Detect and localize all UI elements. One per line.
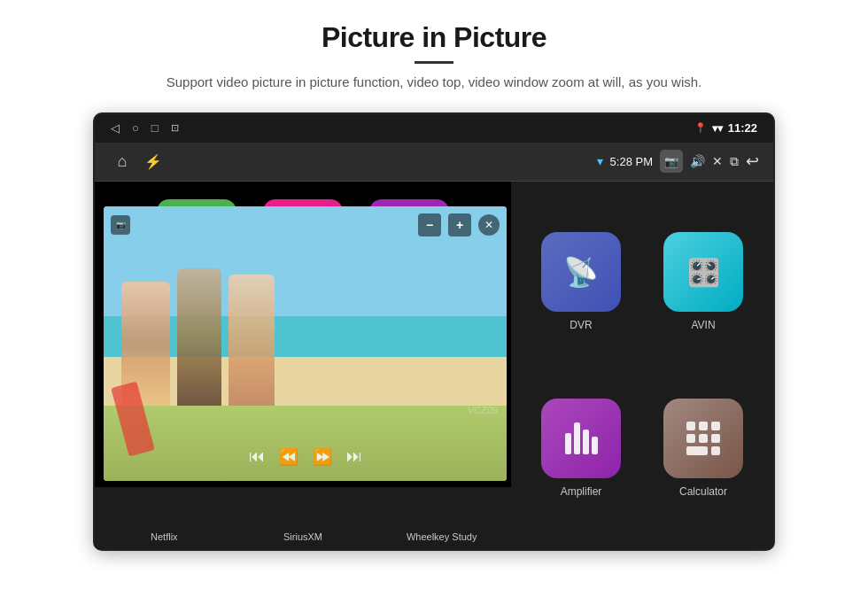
dvr-label: DVR <box>570 319 592 331</box>
amplifier-label: Amplifier <box>561 485 602 498</box>
pip-overlay-controls: 📷 − + ✕ <box>111 213 500 236</box>
status-bar-nav: ◁ ○ □ ⊡ <box>111 121 179 135</box>
status-bar-indicators: 📍 ▾▾ 11:22 <box>694 121 757 135</box>
avin-label: AVIN <box>691 319 715 331</box>
pip-video-window[interactable]: 📷 − + ✕ ⏮ ⏪ ⏩ ⏭ <box>104 206 507 481</box>
screen-nav-icon[interactable]: ⊡ <box>171 122 179 134</box>
watermark: VCZ09 <box>468 405 498 415</box>
siriusxm-app-item[interactable]: SiriusXM <box>234 487 373 549</box>
main-content: ⚪ <box>95 182 773 549</box>
wheelkey-app-item[interactable]: Wheelkey Study <box>372 487 511 549</box>
title-divider <box>415 61 453 64</box>
pip-resize-controls: − + ✕ <box>418 213 500 236</box>
calculator-icon <box>681 416 725 461</box>
page-title: Picture in Picture <box>35 21 833 54</box>
camera-button[interactable]: 📷 <box>660 150 683 173</box>
app-bar-left: ⌂ ⚡ <box>109 148 162 174</box>
prev-button[interactable]: ⏪ <box>279 447 298 467</box>
pip-minus-button[interactable]: − <box>418 213 441 236</box>
app-bar: ⌂ ⚡ ▾ 5:28 PM 📷 🔊 ✕ ⧉ ↩ <box>95 143 773 182</box>
dvr-icon-box: 📡 <box>541 232 621 312</box>
back-nav-icon[interactable]: ◁ <box>111 121 120 135</box>
wifi-bar-icon: ▾ <box>597 154 603 168</box>
bottom-app-labels: Netflix SiriusXM Wheelkey Study <box>95 487 511 549</box>
app-bar-right: ▾ 5:28 PM 📷 🔊 ✕ ⧉ ↩ <box>597 150 759 173</box>
volume-icon[interactable]: 🔊 <box>690 154 705 168</box>
status-bar: ◁ ○ □ ⊡ 📍 ▾▾ 11:22 <box>95 114 773 143</box>
page-header: Picture in Picture Support video picture… <box>0 0 868 102</box>
close-icon[interactable]: ✕ <box>712 154 723 168</box>
next-button[interactable]: ⏩ <box>313 447 332 467</box>
siriusxm-label: SiriusXM <box>283 531 322 542</box>
pip-camera-icon: 📷 <box>111 215 130 235</box>
avin-app-item[interactable]: 🎛️ AVIN <box>651 208 756 357</box>
location-icon: 📍 <box>694 122 707 134</box>
pip-close-button[interactable]: ✕ <box>478 214 500 236</box>
fast-forward-button[interactable]: ⏭ <box>346 447 362 466</box>
pip-plus-button[interactable]: + <box>448 213 471 236</box>
netflix-app-item[interactable]: Netflix <box>95 487 234 549</box>
avin-icon-box: 🎛️ <box>663 232 743 312</box>
dvr-app-item[interactable]: 📡 DVR <box>529 208 633 357</box>
amplifier-icon <box>565 422 598 454</box>
pip-video-inner: 📷 − + ✕ ⏮ ⏪ ⏩ ⏭ <box>104 206 507 481</box>
usb-icon: ⚡ <box>144 153 162 170</box>
app-bar-time: 5:28 PM <box>610 155 653 168</box>
netflix-label: Netflix <box>151 531 178 542</box>
home-nav-icon[interactable]: ○ <box>132 121 139 135</box>
wheelkey-label: Wheelkey Study <box>407 531 477 542</box>
amplifier-app-item[interactable]: Amplifier <box>529 374 633 523</box>
device-frame: ◁ ○ □ ⊡ 📍 ▾▾ 11:22 ⌂ ⚡ ▾ 5:28 PM 📷 🔊 ✕ ⧉… <box>93 112 775 551</box>
home-button[interactable]: ⌂ <box>109 148 136 174</box>
app-grid: 📡 DVR 🎛️ AVIN <box>511 182 773 549</box>
calculator-app-item[interactable]: Calculator <box>651 374 756 523</box>
status-time: 11:22 <box>728 121 757 135</box>
rewind-button[interactable]: ⏮ <box>249 447 265 466</box>
amplifier-icon-box <box>541 399 621 478</box>
recents-nav-icon[interactable]: □ <box>151 121 159 135</box>
video-area: ⚪ <box>95 182 511 549</box>
calculator-label: Calculator <box>679 485 727 498</box>
pip-window-icon[interactable]: ⧉ <box>730 154 739 169</box>
page-subtitle: Support video picture in picture functio… <box>115 73 753 93</box>
back-button[interactable]: ↩ <box>746 151 759 171</box>
wifi-status-icon: ▾▾ <box>712 122 723 135</box>
camera-icon: 📷 <box>664 155 678 168</box>
pip-playback-controls: ⏮ ⏪ ⏩ ⏭ <box>249 447 362 467</box>
calculator-icon-box <box>663 399 743 478</box>
